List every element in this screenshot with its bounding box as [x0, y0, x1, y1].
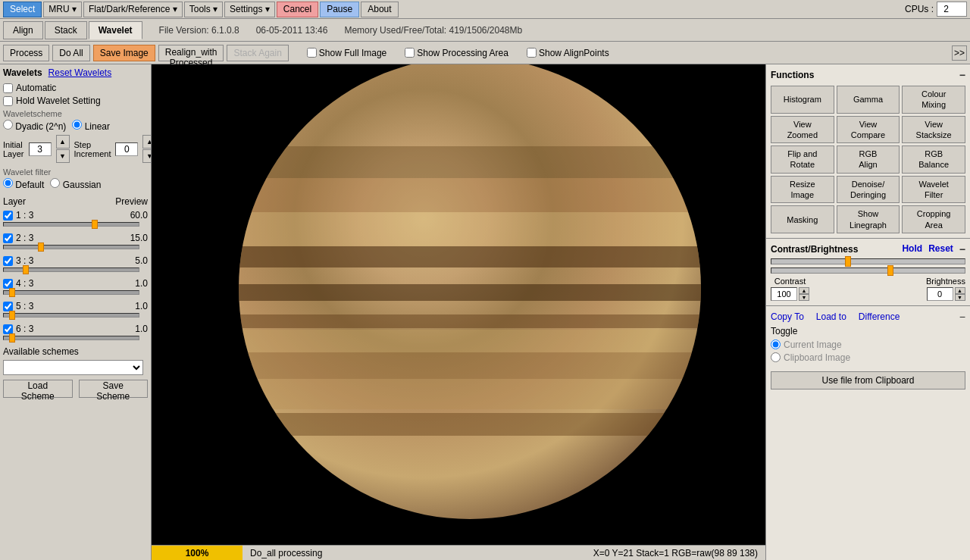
- step-down[interactable]: ▼: [142, 149, 152, 163]
- denoise-button[interactable]: Denoise/Deringing: [837, 176, 900, 204]
- use-clipboard-button[interactable]: Use file from Clipboard: [771, 371, 965, 389]
- copyload-collapse[interactable]: −: [959, 311, 965, 323]
- brightness-arrows: ▲ ▼: [955, 287, 965, 301]
- show-full-image-checkbox[interactable]: [307, 48, 317, 58]
- do-all-button[interactable]: Do All: [52, 45, 89, 61]
- default-radio[interactable]: [3, 178, 13, 188]
- cb-collapse[interactable]: −: [959, 243, 965, 255]
- hold-label[interactable]: Hold: [902, 243, 922, 255]
- difference-tab[interactable]: Difference: [859, 311, 900, 322]
- view-stacksize-button[interactable]: ViewStacksize: [902, 116, 965, 144]
- layer-2-val: 15.0: [121, 233, 148, 243]
- layer-4-slider[interactable]: [3, 290, 139, 295]
- svg-rect-8: [239, 330, 701, 352]
- layer-1-thumb[interactable]: [92, 220, 98, 229]
- initial-layer-up[interactable]: ▲: [56, 135, 70, 149]
- current-image-radio[interactable]: [771, 339, 781, 349]
- layer-2-check[interactable]: [3, 233, 13, 243]
- wavelet-filter-button[interactable]: WaveletFilter: [902, 176, 965, 204]
- view-compare-button[interactable]: ViewCompare: [837, 116, 900, 144]
- layer-4-thumb[interactable]: [9, 288, 15, 297]
- left-panel: Wavelets Reset Wavelets Automatic Hold W…: [0, 64, 152, 560]
- load-to-tab[interactable]: Load to: [816, 311, 846, 322]
- layer-2-thumb[interactable]: [38, 242, 44, 252]
- step-increment-input[interactable]: [115, 142, 138, 156]
- initial-layer-down[interactable]: ▼: [56, 149, 70, 163]
- settings-menu[interactable]: Settings ▾: [224, 2, 275, 17]
- dyadic-radio[interactable]: [3, 120, 13, 130]
- show-linegraph-button[interactable]: ShowLinegraph: [837, 205, 900, 233]
- layer-5-thumb[interactable]: [9, 311, 15, 320]
- reset-wavelets-link[interactable]: Reset Wavelets: [48, 67, 112, 78]
- reset-label[interactable]: Reset: [928, 243, 953, 255]
- resize-image-button[interactable]: ResizeImage: [771, 176, 834, 204]
- brightness-thumb[interactable]: [887, 265, 893, 276]
- about-button[interactable]: About: [361, 2, 398, 17]
- view-zoomed-button[interactable]: ViewZoomed: [771, 116, 834, 144]
- rgb-balance-button[interactable]: RGBBalance: [902, 145, 965, 174]
- wavelet-tab[interactable]: Wavelet: [89, 21, 142, 39]
- brightness-input[interactable]: [927, 287, 953, 301]
- gaussian-radio[interactable]: [50, 178, 60, 188]
- contrast-down[interactable]: ▼: [799, 294, 809, 301]
- contrast-up[interactable]: ▲: [799, 287, 809, 294]
- flip-rotate-button[interactable]: Flip andRotate: [771, 145, 834, 174]
- flat-menu[interactable]: Flat/Dark/Reference ▾: [83, 2, 183, 17]
- svg-rect-9: [239, 352, 701, 379]
- gamma-button[interactable]: Gamma: [837, 86, 900, 114]
- contrast-brightness-section: Contrast/Brightness Hold Reset −: [766, 239, 970, 306]
- clipboard-image-radio[interactable]: [771, 352, 781, 362]
- layer-2-slider[interactable]: [3, 245, 139, 249]
- contrast-input[interactable]: [771, 287, 797, 301]
- layer-5-slider[interactable]: [3, 313, 139, 318]
- masking-button[interactable]: Masking: [771, 205, 834, 233]
- pause-button[interactable]: Pause: [320, 2, 359, 17]
- realign-button[interactable]: Realign_withProcessed: [158, 45, 224, 61]
- layer-5-check[interactable]: [3, 302, 13, 311]
- colour-mixing-button[interactable]: ColourMixing: [902, 86, 965, 114]
- cpu-input[interactable]: [937, 2, 967, 17]
- layer-3-slider[interactable]: [3, 267, 139, 272]
- functions-collapse[interactable]: −: [959, 69, 965, 81]
- histogram-button[interactable]: Histogram: [771, 86, 834, 114]
- cancel-button[interactable]: Cancel: [277, 2, 318, 17]
- show-alignpoints-checkbox[interactable]: [527, 48, 537, 58]
- save-image-button[interactable]: Save Image: [93, 45, 155, 61]
- brightness-down[interactable]: ▼: [955, 294, 965, 301]
- stack-tab[interactable]: Stack: [45, 21, 87, 39]
- align-tab[interactable]: Align: [3, 21, 43, 39]
- hold-wavelet-checkbox[interactable]: [3, 96, 13, 106]
- layer-6-slider[interactable]: [3, 336, 139, 340]
- contrast-slider[interactable]: [771, 258, 965, 264]
- schemes-dropdown[interactable]: [3, 360, 143, 375]
- layer-6-thumb[interactable]: [9, 333, 15, 343]
- hold-wavelet-row: Hold Wavelet Setting: [3, 95, 148, 106]
- layer-3-thumb[interactable]: [23, 265, 29, 274]
- layer-1-check[interactable]: [3, 211, 13, 221]
- brightness-up[interactable]: ▲: [955, 287, 965, 294]
- mru-menu[interactable]: MRU ▾: [43, 2, 82, 17]
- initial-layer-input[interactable]: [29, 142, 52, 156]
- layer-1-slider[interactable]: [3, 222, 139, 227]
- save-scheme-button[interactable]: SaveScheme: [79, 380, 149, 398]
- rgb-align-button[interactable]: RGBAlign: [837, 145, 900, 174]
- expand-button[interactable]: >>: [952, 45, 967, 61]
- load-scheme-button[interactable]: LoadScheme: [3, 380, 73, 398]
- layer-6-check[interactable]: [3, 324, 13, 334]
- copy-to-tab[interactable]: Copy To: [771, 311, 804, 322]
- contrast-thumb[interactable]: [845, 256, 851, 267]
- functions-title: Functions: [771, 70, 814, 80]
- show-processing-checkbox[interactable]: [405, 48, 415, 58]
- step-up[interactable]: ▲: [142, 135, 152, 149]
- cropping-area-button[interactable]: CroppingArea: [902, 205, 965, 233]
- show-full-image-check: Show Full Image: [307, 48, 386, 58]
- automatic-checkbox[interactable]: [3, 83, 13, 93]
- process-button[interactable]: Process: [3, 45, 49, 61]
- linear-radio[interactable]: [72, 120, 82, 130]
- tools-menu[interactable]: Tools ▾: [184, 2, 223, 17]
- layer-4-check[interactable]: [3, 279, 13, 289]
- select-button[interactable]: Select: [3, 2, 42, 17]
- stack-again-button[interactable]: Stack Again: [227, 45, 288, 61]
- brightness-slider[interactable]: [771, 267, 965, 274]
- layer-3-check[interactable]: [3, 256, 13, 266]
